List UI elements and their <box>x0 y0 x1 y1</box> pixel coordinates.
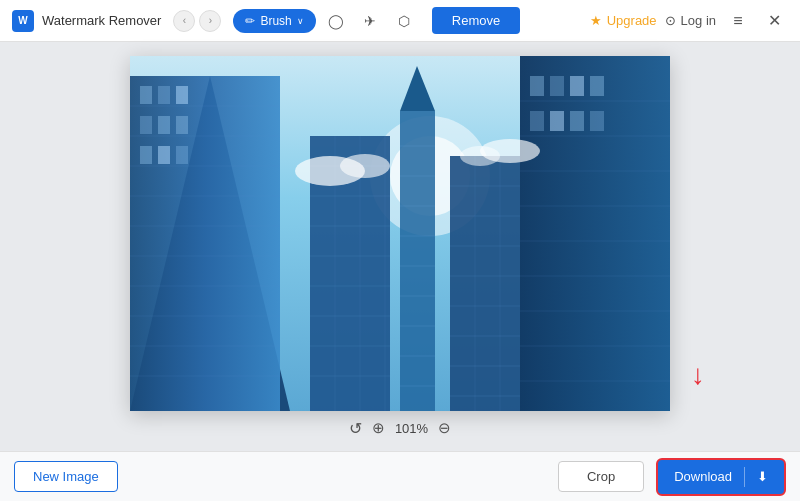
user-circle-icon: ⊙ <box>665 13 676 28</box>
canvas-image[interactable] <box>130 56 670 411</box>
svg-rect-8 <box>140 116 152 134</box>
zoom-in-icon[interactable]: ⊕ <box>372 419 385 437</box>
new-image-button[interactable]: New Image <box>14 461 118 492</box>
forward-arrow-btn[interactable]: › <box>199 10 221 32</box>
image-container <box>130 56 670 411</box>
remove-button[interactable]: Remove <box>432 7 520 34</box>
svg-rect-4 <box>130 76 280 411</box>
download-button[interactable]: Download ⬇ <box>656 458 786 496</box>
svg-point-77 <box>340 154 390 178</box>
close-button[interactable]: ✕ <box>760 7 788 35</box>
app-title: Watermark Remover <box>42 13 161 28</box>
nav-arrows: ‹ › <box>173 10 221 32</box>
svg-rect-6 <box>158 86 170 104</box>
eraser-tool-button[interactable]: ⬡ <box>390 7 418 35</box>
svg-rect-12 <box>158 146 170 164</box>
chevron-down-icon: ∨ <box>297 16 304 26</box>
upgrade-button[interactable]: ★ Upgrade <box>590 13 657 28</box>
app-logo: W <box>12 10 34 32</box>
svg-rect-10 <box>176 116 188 134</box>
tools-group: ✏ Brush ∨ ◯ ✈ ⬡ <box>233 7 417 35</box>
svg-rect-11 <box>140 146 152 164</box>
svg-rect-13 <box>176 146 188 164</box>
pin-tool-button[interactable]: ✈ <box>356 7 384 35</box>
lasso-tool-button[interactable]: ◯ <box>322 7 350 35</box>
svg-rect-27 <box>570 76 584 96</box>
download-arrow-icon: ⬇ <box>757 469 768 484</box>
svg-rect-32 <box>590 111 604 131</box>
svg-rect-24 <box>520 56 670 411</box>
download-arrow-indicator: ↓ <box>691 359 705 391</box>
svg-rect-9 <box>158 116 170 134</box>
svg-rect-25 <box>530 76 544 96</box>
zoom-out-icon[interactable]: ⊖ <box>438 419 451 437</box>
svg-rect-26 <box>550 76 564 96</box>
login-button[interactable]: ⊙ Log in <box>665 13 716 28</box>
back-arrow-btn[interactable]: ‹ <box>173 10 195 32</box>
svg-rect-54 <box>400 111 435 411</box>
svg-point-79 <box>460 146 500 166</box>
zoom-controls: ↺ ⊕ 101% ⊖ <box>349 419 451 438</box>
brush-button[interactable]: ✏ Brush ∨ <box>233 9 315 33</box>
main-canvas-area: ↺ ⊕ 101% ⊖ ↓ <box>0 42 800 451</box>
svg-rect-7 <box>176 86 188 104</box>
upgrade-star-icon: ★ <box>590 13 602 28</box>
upgrade-label: Upgrade <box>607 13 657 28</box>
svg-rect-5 <box>140 86 152 104</box>
download-divider <box>744 467 745 487</box>
svg-rect-65 <box>450 156 520 411</box>
zoom-level: 101% <box>395 421 428 436</box>
login-label: Log in <box>681 13 716 28</box>
svg-rect-30 <box>550 111 564 131</box>
svg-rect-29 <box>530 111 544 131</box>
rotate-icon[interactable]: ↺ <box>349 419 362 438</box>
brush-label: Brush <box>260 14 291 28</box>
svg-rect-28 <box>590 76 604 96</box>
svg-rect-31 <box>570 111 584 131</box>
download-label: Download <box>674 469 732 484</box>
brush-icon: ✏ <box>245 14 255 28</box>
menu-button[interactable]: ≡ <box>724 7 752 35</box>
crop-button[interactable]: Crop <box>558 461 644 492</box>
bottom-bar: New Image Crop Download ⬇ <box>0 451 800 501</box>
title-bar: W Watermark Remover ‹ › ✏ Brush ∨ ◯ ✈ ⬡ … <box>0 0 800 42</box>
